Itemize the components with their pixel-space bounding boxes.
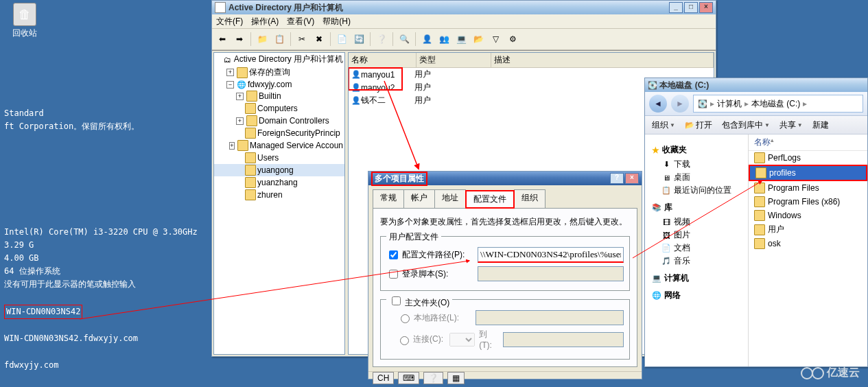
help-icon[interactable]: ❔ [374, 32, 389, 47]
forward-icon[interactable]: ➡ [232, 32, 247, 47]
misc-icon[interactable]: ⚙ [505, 32, 520, 47]
nav-favorites[interactable]: ★收藏夹 [652, 144, 748, 156]
refresh-icon[interactable]: 🔄 [351, 32, 366, 47]
help-button[interactable]: ? [610, 173, 624, 184]
file-row[interactable]: PerfLogs [749, 151, 867, 165]
tree-dc[interactable]: Domain Controllers [259, 116, 329, 126]
tab-address[interactable]: 地址 [434, 189, 466, 208]
explorer-titlebar[interactable]: 💽 本地磁盘 (C:) [645, 78, 867, 92]
maximize-button[interactable]: □ [684, 2, 698, 13]
find-icon[interactable]: 🔍 [397, 32, 412, 47]
tree-root[interactable]: Active Directory 用户和计算机 [234, 54, 343, 65]
col-desc[interactable]: 描述 [491, 53, 714, 67]
file-row[interactable]: osk [749, 237, 867, 250]
chk-profile-path[interactable] [389, 250, 398, 259]
tree-saved-queries[interactable]: 保存的查询 [249, 67, 290, 78]
tree-users[interactable]: Users [257, 153, 279, 163]
nav-documents[interactable]: 📄文档 [661, 242, 748, 254]
hostname-highlight: WIN-CDN0N03NS42 [4, 305, 82, 319]
delete-icon[interactable]: ✖ [312, 32, 327, 47]
props-statusbar: CH ⌨ ❔ ▦ [368, 371, 642, 384]
nav-music[interactable]: 🎵音乐 [661, 255, 748, 267]
tab-profile[interactable]: 配置文件 [465, 190, 515, 209]
radio-connect[interactable] [400, 336, 409, 345]
properties-icon[interactable]: 📄 [334, 32, 349, 47]
minimize-button[interactable]: _ [669, 2, 683, 13]
input-connect-path [503, 332, 624, 347]
cmd-include[interactable]: 包含到库中▼ [722, 119, 770, 131]
tree-computers[interactable]: Computers [257, 104, 298, 113]
cmd-organize[interactable]: 组织▼ [652, 119, 675, 131]
close-button[interactable]: × [699, 2, 713, 13]
group-add-icon[interactable]: 👥 [436, 32, 451, 47]
lang-indicator[interactable]: CH [373, 372, 394, 384]
filter-icon[interactable]: ▽ [488, 32, 503, 47]
file-row[interactable]: Program Files (x86) [749, 195, 867, 209]
nav-forward-button[interactable]: ► [671, 95, 689, 113]
col-type[interactable]: 类型 [417, 53, 491, 67]
nav-videos[interactable]: 🎞视频 [661, 216, 748, 228]
network-icon: 🌐 [652, 291, 661, 301]
col-name-header[interactable]: 名称 [754, 137, 771, 148]
user-add-icon[interactable]: 👤 [419, 32, 434, 47]
nav-pictures[interactable]: 🖼图片 [661, 229, 748, 241]
up-icon[interactable]: 📁 [255, 32, 270, 47]
file-row[interactable]: 用户 [749, 222, 867, 237]
tree-yuanzhang[interactable]: yuanzhang [257, 178, 298, 187]
nav-network[interactable]: 🌐网络 [652, 290, 748, 301]
menu-view[interactable]: 查看(V) [287, 16, 314, 27]
ime-pad-icon[interactable]: ▦ [447, 372, 465, 384]
ad-title: Active Directory 用户和计算机 [228, 2, 343, 14]
chk-logon-script[interactable] [389, 270, 398, 279]
tree-yuangong[interactable]: yuangong [257, 165, 294, 175]
menu-file[interactable]: 文件(F) [216, 16, 243, 27]
file-row[interactable]: Program Files [749, 181, 867, 195]
nav-libraries[interactable]: 📚库 [652, 202, 748, 213]
tree-zhuren[interactable]: zhuren [257, 190, 283, 200]
nav-back-button[interactable]: ◄ [649, 95, 667, 113]
folder-icon [755, 167, 766, 178]
props-titlebar[interactable]: 多个项目属性 ? × [368, 172, 642, 185]
tab-org[interactable]: 组织 [514, 189, 546, 208]
back-icon[interactable]: ⬅ [215, 32, 230, 47]
nav-downloads[interactable]: ⬇下载 [661, 159, 748, 170]
computer-add-icon[interactable]: 💻 [454, 32, 469, 47]
close-button[interactable]: × [625, 173, 639, 184]
cmd-new[interactable]: 新建 [812, 119, 829, 131]
tab-general[interactable]: 常规 [373, 189, 404, 208]
ad-titlebar[interactable]: Active Directory 用户和计算机 _ □ × [212, 1, 716, 14]
ou-add-icon[interactable]: 📂 [471, 32, 486, 47]
tree-fsp[interactable]: ForeignSecurityPrincip [257, 128, 340, 138]
desktop-recycle-bin[interactable]: 🗑 回收站 [8, 3, 41, 39]
menu-action[interactable]: 操作(A) [251, 16, 279, 27]
folder-icon [754, 196, 765, 207]
cmd-open[interactable]: 📂打开 [685, 119, 712, 131]
lbl-profile-path: 配置文件路径(P): [402, 249, 478, 261]
nav-computer[interactable]: 💻计算机 [652, 272, 748, 284]
tab-account[interactable]: 帐户 [403, 189, 435, 208]
file-row-profiles[interactable]: profiles [749, 165, 867, 181]
nav-desktop[interactable]: 🖥桌面 [661, 172, 748, 183]
tree-domain[interactable]: fdwxyjy.com [248, 80, 292, 89]
nav-pane[interactable]: ★收藏夹 ⬇下载 🖥桌面 📋最近访问的位置 📚库 🎞视频 🖼图片 📄文档 🎵音乐… [645, 134, 749, 366]
breadcrumb[interactable]: 💽 ▸ 计算机 ▸ 本地磁盘 (C:) ▸ [693, 95, 863, 113]
ad-tree[interactable]: 🗂Active Directory 用户和计算机 +保存的查询 −🌐fdwxyj… [213, 52, 345, 355]
nav-recent[interactable]: 📋最近访问的位置 [661, 185, 748, 196]
ime-icon[interactable]: ⌨ [398, 372, 419, 384]
crumb-drive[interactable]: 本地磁盘 (C:) [751, 98, 800, 110]
ime-help-icon[interactable]: ❔ [423, 372, 443, 384]
input-profile-path[interactable] [478, 247, 624, 263]
list-icon[interactable]: 📋 [272, 32, 287, 47]
cut-icon[interactable]: ✂ [294, 32, 309, 47]
chk-home-folder[interactable] [392, 296, 401, 305]
tree-builtin[interactable]: Builtin [259, 91, 281, 101]
file-row[interactable]: Windows [749, 209, 867, 222]
music-icon: 🎵 [661, 257, 671, 266]
crumb-computer[interactable]: 计算机 [717, 98, 742, 110]
radio-local-path[interactable] [401, 314, 410, 323]
menu-help[interactable]: 帮助(H) [322, 16, 351, 27]
cmd-share[interactable]: 共享▼ [779, 119, 803, 131]
tree-msa[interactable]: Managed Service Accoun [250, 141, 343, 150]
list-header[interactable]: 名称 类型 描述 [349, 53, 714, 68]
col-name[interactable]: 名称 [349, 53, 417, 67]
